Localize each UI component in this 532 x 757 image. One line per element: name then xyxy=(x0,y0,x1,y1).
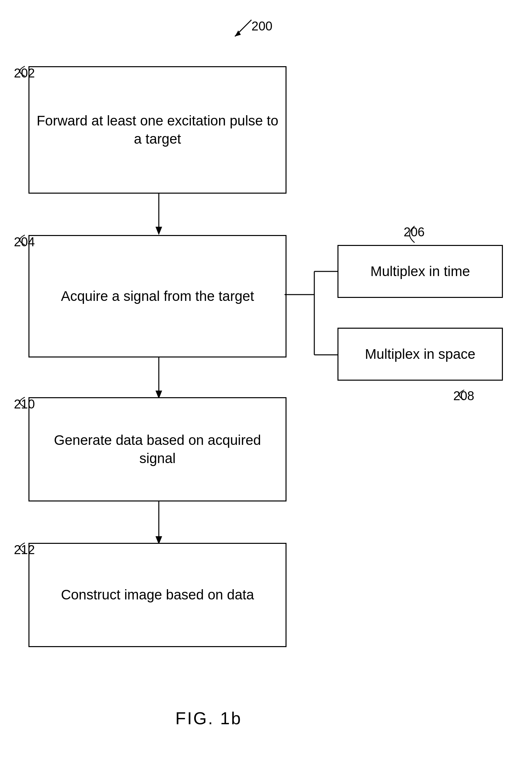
box-206-text: Multiplex in time xyxy=(370,262,470,281)
box-210-text: Generate data based on acquired signal xyxy=(36,431,279,467)
svg-marker-3 xyxy=(155,227,162,235)
curve-212 xyxy=(10,538,30,558)
box-208-text: Multiplex in space xyxy=(365,345,475,363)
curve-206 xyxy=(400,221,420,248)
curve-210 xyxy=(10,392,30,412)
arrow-204-210 xyxy=(152,357,165,401)
box-208: Multiplex in space xyxy=(337,328,503,381)
diagram-container: 200 Forward at least one excitation puls… xyxy=(0,0,532,757)
curve-202 xyxy=(10,61,30,81)
arrow-200 xyxy=(232,17,271,43)
box-202: Forward at least one excitation pulse to… xyxy=(28,66,287,194)
curve-208 xyxy=(449,385,469,405)
box-210: Generate data based on acquired signal xyxy=(28,397,287,501)
fig-label: FIG. 1b xyxy=(175,708,242,728)
curve-204 xyxy=(10,230,30,250)
box-204: Acquire a signal from the target xyxy=(28,235,287,357)
box-206: Multiplex in time xyxy=(337,245,503,298)
branch-lines xyxy=(285,265,342,391)
arrow-202-204 xyxy=(152,194,165,237)
box-212: Construct image based on data xyxy=(28,543,287,647)
box-204-text: Acquire a signal from the target xyxy=(61,287,254,306)
box-212-text: Construct image based on data xyxy=(61,586,254,604)
arrow-210-212 xyxy=(152,501,165,546)
box-202-text: Forward at least one excitation pulse to… xyxy=(36,112,279,148)
